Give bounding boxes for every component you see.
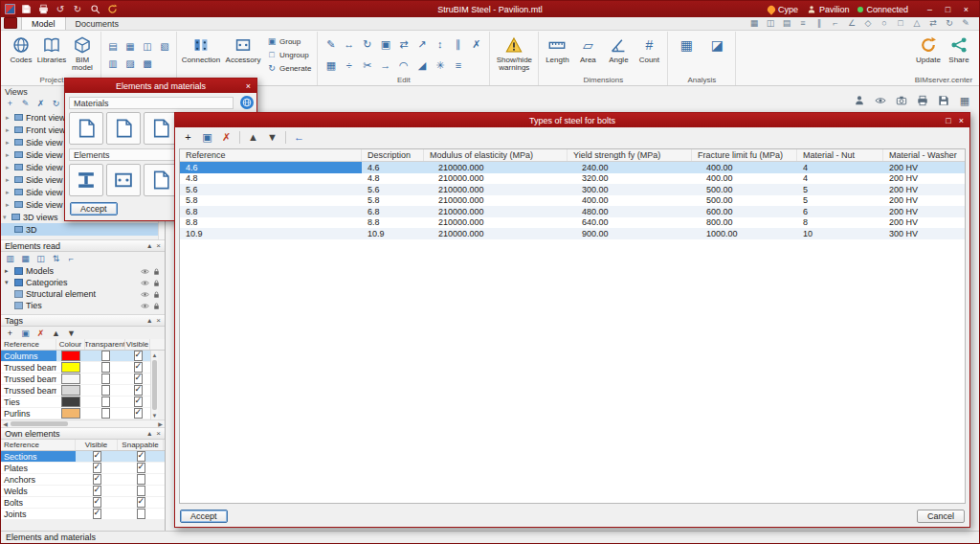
tab-model[interactable]: Model [21, 16, 66, 30]
scroll-down-icon[interactable]: ▼ [152, 411, 158, 419]
chamfer-tool-button[interactable]: ◢ [412, 55, 431, 76]
visibility-icon[interactable] [141, 267, 149, 276]
column-header[interactable]: Colour [56, 339, 85, 350]
expander-icon[interactable]: ▸ [6, 189, 11, 195]
visible-checkbox[interactable] [93, 463, 101, 473]
lock-icon[interactable] [152, 279, 161, 287]
triangle-tool-button[interactable]: △ [911, 18, 923, 28]
collapse-panel-button[interactable]: ▴ [147, 241, 151, 250]
tree-item[interactable]: ▸ Models [1, 265, 165, 277]
tag-row[interactable]: Purlins [1, 408, 150, 419]
array-tool-button[interactable]: ▦ [322, 55, 340, 76]
group-button[interactable]: ▣ Group [265, 35, 313, 48]
connection-button[interactable]: Connection [181, 34, 221, 64]
accept-button[interactable]: Accept [70, 202, 118, 215]
copy-row-button[interactable]: ▣ [200, 130, 214, 145]
visible-checkbox[interactable] [134, 362, 143, 373]
visible-checkbox[interactable] [134, 408, 143, 419]
draw-tool-button[interactable]: ✎ [322, 34, 340, 55]
visible-checkbox[interactable] [134, 397, 143, 407]
delete-row-button[interactable]: ✗ [219, 130, 234, 145]
undo-button[interactable]: ↺ [54, 3, 67, 16]
colour-swatch[interactable] [61, 408, 80, 419]
close-panel-button[interactable]: × [156, 241, 161, 250]
close-button[interactable]: × [957, 3, 975, 16]
share-button[interactable]: Share [945, 34, 973, 64]
model-tool-6-button[interactable]: ▨ [122, 56, 138, 71]
accessory-button[interactable]: Accessory [223, 34, 263, 64]
copy-tool-button[interactable]: ▣ [376, 34, 394, 55]
scroll-right-icon[interactable]: ▶ [156, 420, 165, 427]
tag-row[interactable]: Ties [1, 397, 150, 408]
visibility-icon[interactable] [141, 302, 149, 310]
own-element-row[interactable]: Sections [1, 451, 165, 463]
column-header[interactable]: Transparent [85, 339, 125, 350]
model-tool-1-button[interactable]: ▤ [105, 38, 121, 54]
scroll-up-icon[interactable]: ▲ [152, 351, 158, 359]
visible-checkbox[interactable] [93, 474, 101, 485]
offset-tool-button[interactable]: ∥ [449, 34, 467, 55]
scrollbar-thumb[interactable] [11, 421, 68, 426]
column-header[interactable]: Material - Washer [883, 149, 965, 161]
panels-tool-button[interactable]: ◫ [765, 18, 776, 28]
show-hide-warnings-button[interactable]: Show/hide warnings [494, 34, 534, 73]
expander-icon[interactable]: ▾ [5, 279, 11, 286]
visibility-button[interactable] [874, 94, 887, 107]
tag-row[interactable]: Trussed beam 1 [1, 362, 150, 374]
visible-checkbox[interactable] [93, 451, 101, 462]
search-button[interactable] [88, 3, 101, 16]
close-panel-button[interactable]: × [156, 429, 161, 438]
colour-swatch[interactable] [61, 397, 80, 407]
move-row-down-button[interactable]: ▼ [265, 130, 279, 145]
scrollbar-thumb[interactable] [152, 360, 157, 410]
tag-down-button[interactable]: ▼ [66, 329, 77, 338]
update-button[interactable]: Update [914, 34, 943, 64]
expander-icon[interactable]: ▸ [6, 164, 11, 170]
filter-button[interactable]: ⌐ [66, 254, 77, 263]
tag-row[interactable]: Trussed beam 3 [1, 385, 150, 397]
column-header[interactable]: Visible [125, 339, 150, 350]
erase-tool-button[interactable]: ✗ [467, 34, 485, 55]
refresh-tool-button[interactable]: ↻ [944, 18, 955, 28]
section-tool-button[interactable]: ⌐ [830, 18, 841, 28]
dialog-maximize-button[interactable]: □ [946, 116, 950, 125]
extend-tool-button[interactable]: → [376, 55, 394, 76]
accept-button[interactable]: Accept [180, 510, 228, 523]
table-row[interactable]: 6.8 6.8 210000.000 480.00 600.00 6 200 H… [180, 206, 965, 217]
scale-tool-button[interactable]: ↗ [412, 34, 431, 55]
model-tool-3-button[interactable]: ◫ [140, 38, 155, 54]
angle-button[interactable]: Angle [604, 34, 633, 64]
tree-item[interactable]: Ties [1, 300, 165, 311]
expander-icon[interactable]: ▸ [6, 126, 11, 133]
grid-tool-button[interactable]: ▦ [748, 18, 760, 28]
model-tool-5-button[interactable]: ▥ [105, 56, 121, 71]
close-panel-button[interactable]: × [156, 316, 161, 325]
snappable-checkbox[interactable] [137, 486, 145, 496]
model-tool-4-button[interactable]: ▧ [157, 38, 172, 54]
ungroup-button[interactable]: □ Ungroup [265, 49, 313, 61]
count-button[interactable]: # Count [635, 34, 663, 64]
own-element-row[interactable]: Plates [1, 463, 165, 474]
column-header[interactable]: Yield strength fy (MPa) [568, 149, 692, 161]
project-indicator[interactable]: Pavilion [807, 5, 850, 14]
lock-icon[interactable] [152, 267, 161, 276]
angle-tool-button[interactable]: ∠ [846, 18, 858, 28]
trim-tool-button[interactable]: ✂ [358, 55, 376, 76]
collapse-panel-button[interactable]: ▴ [147, 429, 151, 438]
delete-tag-button[interactable]: ✗ [35, 329, 46, 338]
layers-tool-button[interactable]: ▤ [781, 18, 792, 28]
print-button[interactable] [36, 3, 50, 16]
update-views-button[interactable]: ↻ [51, 99, 61, 108]
transparent-checkbox[interactable] [101, 397, 110, 407]
walkthrough-button[interactable] [853, 94, 866, 107]
area-button[interactable]: ▱ Area [573, 34, 602, 64]
visible-checkbox[interactable] [93, 497, 101, 508]
account-indicator[interactable]: Cype [768, 5, 798, 14]
table-view-button[interactable]: ▦ [20, 254, 31, 263]
model-tool-2-button[interactable]: ▦ [122, 38, 138, 54]
column-header[interactable]: Modulus of elasticity (MPa) [424, 149, 568, 161]
own-element-row[interactable]: Welds [1, 486, 165, 497]
colour-swatch[interactable] [61, 374, 80, 384]
add-tag-button[interactable]: + [5, 329, 15, 338]
visible-checkbox[interactable] [134, 385, 143, 396]
